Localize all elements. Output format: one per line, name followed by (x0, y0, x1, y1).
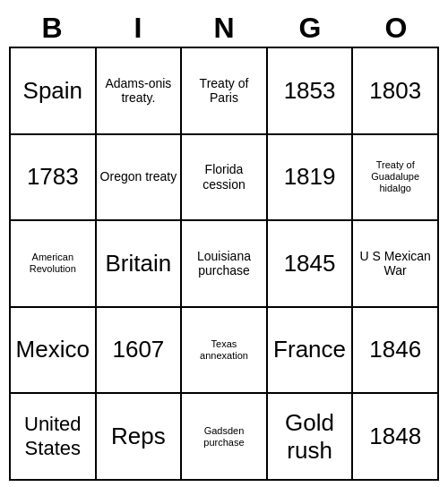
grid-row-4: United StatesRepsGadsden purchaseGold ru… (10, 393, 438, 480)
grid-row-0: SpainAdams-onis treaty.Treaty of Paris18… (10, 47, 438, 134)
grid-cell-2-4: U S Mexican War (352, 220, 438, 307)
grid-cell-4-3: Gold rush (267, 393, 353, 480)
grid-cell-3-4: 1846 (352, 307, 438, 394)
bingo-letter-b: B (9, 12, 95, 45)
grid-cell-0-3: 1853 (267, 47, 353, 134)
bingo-letter-g: G (267, 12, 353, 45)
bingo-letter-i: I (95, 12, 181, 45)
grid-cell-1-4: Treaty of Guadalupe hidalgo (352, 134, 438, 221)
grid-cell-0-4: 1803 (352, 47, 438, 134)
grid-cell-2-3: 1845 (267, 220, 353, 307)
grid-cell-3-3: France (267, 307, 353, 394)
grid-cell-1-2: Florida cession (181, 134, 267, 221)
grid-cell-4-4: 1848 (352, 393, 438, 480)
grid-cell-0-1: Adams-onis treaty. (96, 47, 182, 134)
bingo-header: BINGO (9, 6, 439, 47)
bingo-letter-o: O (353, 12, 439, 45)
grid-cell-2-0: American Revolution (10, 220, 96, 307)
grid-cell-1-1: Oregon treaty (96, 134, 182, 221)
grid-cell-0-0: Spain (10, 47, 96, 134)
grid-cell-3-0: Mexico (10, 307, 96, 394)
grid-cell-0-2: Treaty of Paris (181, 47, 267, 134)
grid-cell-1-3: 1819 (267, 134, 353, 221)
grid-cell-1-0: 1783 (10, 134, 96, 221)
grid-cell-4-0: United States (10, 393, 96, 480)
grid-cell-3-2: Texas annexation (181, 307, 267, 394)
grid-row-1: 1783Oregon treatyFlorida cession1819Trea… (10, 134, 438, 221)
grid-cell-2-1: Britain (96, 220, 182, 307)
bingo-card: BINGO SpainAdams-onis treaty.Treaty of P… (9, 6, 439, 481)
bingo-letter-n: N (181, 12, 267, 45)
grid-row-3: Mexico1607Texas annexationFrance1846 (10, 307, 438, 394)
bingo-grid: SpainAdams-onis treaty.Treaty of Paris18… (9, 47, 439, 481)
grid-row-2: American RevolutionBritainLouisiana purc… (10, 220, 438, 307)
grid-cell-4-2: Gadsden purchase (181, 393, 267, 480)
grid-cell-3-1: 1607 (96, 307, 182, 394)
grid-cell-4-1: Reps (96, 393, 182, 480)
grid-cell-2-2: Louisiana purchase (181, 220, 267, 307)
